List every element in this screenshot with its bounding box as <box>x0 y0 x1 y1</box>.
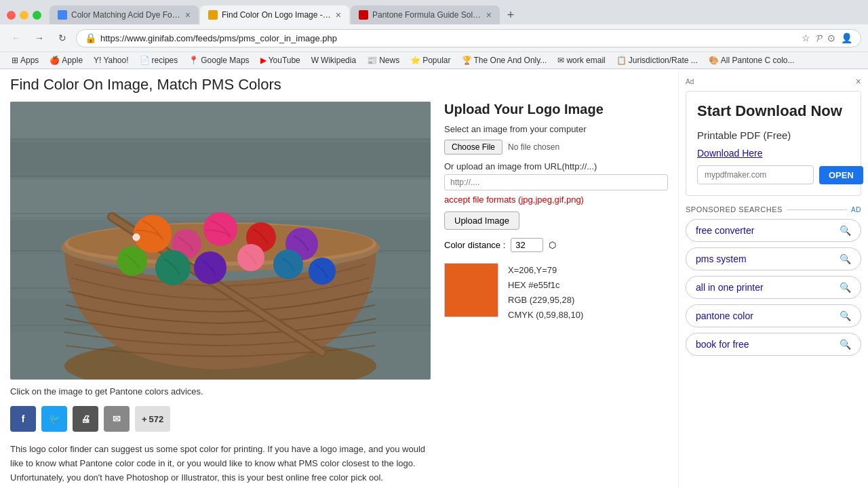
bookmark-theone[interactable]: 🏆 The One And Only... <box>457 54 552 66</box>
bookmark-apps[interactable]: ⊞ Apps <box>7 54 43 66</box>
svg-point-28 <box>237 244 264 271</box>
bookmark-popular[interactable]: ⭐ Popular <box>406 54 455 66</box>
apple-icon: 🍎 <box>50 56 60 65</box>
new-tab-button[interactable]: + <box>501 5 520 24</box>
print-button[interactable]: 🖨 <box>73 406 98 432</box>
twitter-share-button[interactable]: 🐦 <box>41 406 67 432</box>
sponsored-label: SPONSORED SEARCHES <box>686 205 783 214</box>
upload-subtitle: Select an image from your computer <box>444 124 668 134</box>
youtube-icon: ▶ <box>260 56 267 65</box>
content-area: Click on the image to get Pantone colors… <box>10 102 668 488</box>
bookmark-yahoo[interactable]: Y! Yahoo! <box>89 54 134 66</box>
facebook-share-button[interactable]: f <box>10 406 36 432</box>
upload-image-button[interactable]: Upload Image <box>444 211 519 230</box>
star-icon[interactable]: ☆ <box>802 33 810 43</box>
tab-favicon <box>208 10 218 20</box>
choose-file-button[interactable]: Choose File <box>444 140 502 155</box>
bookmark-jurisdiction[interactable]: 📋 Jurisdiction/Rate ... <box>612 54 703 66</box>
bookmark-wikipedia[interactable]: W Wikipedia <box>307 54 361 66</box>
ad-download-link[interactable]: Download Here <box>697 148 850 159</box>
nav-bar: ← → ↻ 🔒 https://www.ginifab.com/feeds/pm… <box>0 24 868 52</box>
email-share-button[interactable]: ✉ <box>104 406 130 432</box>
page-wrapper: Find Color On Image, Match PMS Colors <box>0 69 868 488</box>
tab-title: Pantone Formula Guide Solid C... <box>372 10 482 20</box>
ad-sidebar: Ad × Start Download Now Printable PDF (F… <box>678 69 868 488</box>
pinterest-icon[interactable]: 𝓟 <box>816 33 822 44</box>
bookmark-label: Jurisdiction/Rate ... <box>629 56 698 65</box>
bookmark-workemail[interactable]: ✉ work email <box>553 54 610 66</box>
bookmark-maps[interactable]: 📍 Google Maps <box>184 54 254 66</box>
bookmark-label: News <box>379 56 399 65</box>
address-bar[interactable]: 🔒 https://www.ginifab.com/feeds/pms/pms_… <box>76 29 861 47</box>
bookmark-pantone[interactable]: 🎨 All Pantone C colo... <box>704 54 800 66</box>
page-description: This logo color finder can suggest us so… <box>10 443 431 485</box>
page-title: Find Color On Image, Match PMS Colors <box>10 76 668 94</box>
bookmark-label: recipes <box>152 56 178 65</box>
bookmark-recipes[interactable]: 📄 recipes <box>135 54 183 66</box>
recipes-icon: 📄 <box>140 56 150 65</box>
color-cmyk: CMYK (0,59,88,10) <box>508 308 583 323</box>
user-icon[interactable]: 👤 <box>841 33 852 43</box>
tab-3[interactable]: Pantone Formula Guide Solid C... × <box>351 5 500 24</box>
tab-2[interactable]: Find Color On Logo Image - R... × <box>200 5 349 24</box>
tab-favicon <box>58 10 67 20</box>
bookmark-label: work email <box>566 56 605 65</box>
minimize-button[interactable] <box>20 11 28 20</box>
yarn-image-container[interactable] <box>10 102 431 380</box>
file-formats-text: accept file formats (jpg,jpeg,gif,png) <box>444 195 668 205</box>
forward-button[interactable]: → <box>30 28 49 47</box>
traffic-lights <box>7 11 41 20</box>
bookmark-label: All Pantone C colo... <box>721 56 795 65</box>
upload-title: Upload Your Logo Image <box>444 102 668 117</box>
tab-close-icon[interactable]: × <box>185 9 191 20</box>
refresh-button[interactable]: ↻ <box>53 28 72 47</box>
search-icon: 🔍 <box>840 225 851 236</box>
color-rgb: RGB (229,95,28) <box>508 293 583 308</box>
search-icon: 🔍 <box>840 339 851 350</box>
tab-close-icon[interactable]: × <box>486 9 492 20</box>
ad-domain-input[interactable] <box>697 165 814 184</box>
no-file-text: No file chosen <box>508 142 559 152</box>
image-caption: Click on the image to get Pantone colors… <box>10 386 431 396</box>
plus-count: 572 <box>149 414 164 424</box>
file-input-row: Choose File No file chosen <box>444 140 668 155</box>
ad-input-row: OPEN <box>697 165 850 184</box>
tab-title: Color Matching Acid Dye Form... <box>71 10 181 20</box>
close-button[interactable] <box>7 11 16 20</box>
plus-share-button[interactable]: + 572 <box>135 406 170 432</box>
bookmark-label: Apps <box>20 56 39 65</box>
url-input[interactable] <box>444 174 668 190</box>
news-icon: 📰 <box>367 56 377 65</box>
search-icon: 🔍 <box>840 310 851 321</box>
email-icon: ✉ <box>557 56 564 65</box>
sponsored-search-5[interactable]: book for free 🔍 <box>686 333 861 356</box>
svg-point-26 <box>155 250 191 285</box>
ad-open-button[interactable]: OPEN <box>819 166 863 184</box>
yarn-bowl-image <box>10 102 431 380</box>
address-icons: ☆ 𝓟 ⊙ 👤 <box>802 33 852 44</box>
svg-point-29 <box>273 249 303 279</box>
bookmark-youtube[interactable]: ▶ YouTube <box>256 54 305 66</box>
bookmark-label: Apple <box>62 56 83 65</box>
bookmark-news[interactable]: 📰 News <box>362 54 404 66</box>
sponsored-ad-icon: Ad <box>851 206 861 214</box>
bookmark-label: YouTube <box>269 56 300 65</box>
back-button[interactable]: ← <box>7 28 26 47</box>
sponsored-search-2[interactable]: pms system 🔍 <box>686 247 861 270</box>
pantone-icon: 🎨 <box>709 56 719 65</box>
sponsored-search-4[interactable]: pantone color 🔍 <box>686 304 861 327</box>
fullscreen-button[interactable] <box>33 11 41 20</box>
sponsored-search-3[interactable]: all in one printer 🔍 <box>686 276 861 299</box>
tab-close-icon[interactable]: × <box>336 9 341 20</box>
tab-1[interactable]: Color Matching Acid Dye Form... × <box>50 5 199 24</box>
yahoo-icon: Y! <box>94 56 101 65</box>
ad-close-button[interactable]: × <box>856 76 861 87</box>
color-distance-input[interactable] <box>511 238 543 252</box>
color-distance-row: Color distance : ⬡ <box>444 238 668 252</box>
svg-point-32 <box>133 234 140 241</box>
bookmark-label: The One And Only... <box>474 56 547 65</box>
chrome-icon[interactable]: ⊙ <box>827 33 835 43</box>
bookmark-apple[interactable]: 🍎 Apple <box>45 54 87 66</box>
search-item-text: book for free <box>696 339 749 350</box>
sponsored-search-1[interactable]: free converter 🔍 <box>686 219 861 242</box>
